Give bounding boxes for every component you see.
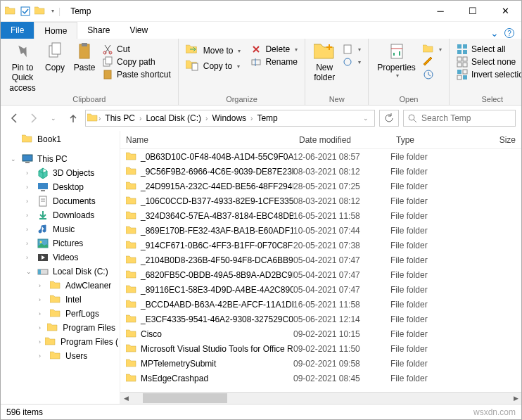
qat-dropdown[interactable]: ▾: [51, 8, 54, 14]
library-icon: [37, 252, 49, 263]
file-row[interactable]: _BCCD4ABD-B63A-42BE-AFCF-11A1DBD...16-05…: [120, 297, 521, 312]
file-name: _0B63D10C-0F48-404B-A1D4-55C9F0A9A...: [141, 152, 293, 162]
copy-path-button[interactable]: Copy path: [99, 56, 174, 68]
tab-home[interactable]: Home: [34, 22, 77, 39]
file-row[interactable]: _24D9915A-232C-44ED-BE56-48FF294EC...28-…: [120, 179, 521, 193]
sidebar-item[interactable]: ›3D Objects: [1, 166, 120, 180]
file-list[interactable]: _0B63D10C-0F48-404B-A1D4-55C9F0A9A...12-…: [120, 149, 521, 392]
nav-back-button[interactable]: [6, 110, 22, 126]
sidebar-item[interactable]: ›AdwCleaner: [1, 279, 120, 293]
svg-point-5: [103, 51, 106, 54]
paste-shortcut-button[interactable]: Paste shortcut: [99, 68, 174, 81]
copy-button[interactable]: Copy: [40, 40, 70, 74]
new-item-button[interactable]: ▾: [339, 43, 364, 56]
tab-share[interactable]: Share: [77, 22, 120, 39]
status-site: wsxdn.com: [473, 407, 516, 417]
select-none-button[interactable]: Select none: [454, 56, 522, 68]
copy-to-button[interactable]: Copy to▾: [183, 58, 244, 74]
nav-forward-button[interactable]: [26, 110, 42, 126]
sidebar-item[interactable]: ›Downloads: [1, 208, 120, 222]
cut-button[interactable]: Cut: [99, 43, 174, 56]
move-to-button[interactable]: Move to▾: [183, 43, 244, 58]
file-date: 09-02-2021 11:50: [293, 344, 390, 354]
breadcrumb[interactable]: Local Disk (C:): [141, 113, 205, 123]
sidebar-item[interactable]: ›Pictures: [1, 236, 120, 250]
sidebar-item[interactable]: ›PerfLogs: [1, 307, 120, 321]
edit-button[interactable]: [420, 56, 445, 68]
file-row[interactable]: _89116EC1-58E3-4D9D-A4BE-4A2C8904062...0…: [120, 282, 521, 297]
sidebar-item[interactable]: ›Intel: [1, 293, 120, 307]
file-row[interactable]: _2104B0D8-236B-4F50-94F8-DCA6BB9063...05…: [120, 253, 521, 267]
sidebar-item-local-disk[interactable]: ⌄Local Disk (C:): [1, 265, 120, 279]
history-button[interactable]: [420, 68, 445, 81]
address-bar[interactable]: › This PC› Local Disk (C:)› Windows› Tem…: [85, 110, 375, 127]
sidebar-item[interactable]: ›Program Files (: [1, 335, 120, 349]
file-row[interactable]: _E3CF4335-9541-46A2-9308-327529C0A3F205-…: [120, 312, 521, 326]
properties-button[interactable]: Properties▾: [373, 40, 420, 81]
open-button[interactable]: ▾: [420, 43, 445, 56]
tab-view[interactable]: View: [120, 22, 158, 39]
breadcrumb[interactable]: Temp: [253, 113, 281, 123]
file-date: 08-03-2021 08:12: [293, 167, 390, 177]
file-row[interactable]: MPTelemetrySubmit09-02-2021 09:58File fo…: [120, 356, 521, 371]
nav-up-button[interactable]: [65, 110, 81, 126]
column-name[interactable]: Name: [120, 135, 293, 145]
folder-icon: [126, 343, 137, 355]
nav-pane[interactable]: Book1 ⌄This PC ›3D Objects›Desktop›Docum…: [1, 131, 120, 404]
folder-icon: [126, 151, 137, 163]
rename-button[interactable]: Rename: [248, 56, 300, 68]
sidebar-item-this-pc[interactable]: ⌄This PC: [1, 152, 120, 166]
minimize-button[interactable]: ─: [424, 1, 457, 22]
column-type[interactable]: Type: [390, 135, 468, 145]
pin-quick-access-button[interactable]: Pin to Quick access: [5, 40, 40, 94]
file-row[interactable]: Microsoft Visual Studio Tools for Office…: [120, 341, 521, 356]
sidebar-item[interactable]: ›Videos: [1, 250, 120, 265]
help-icon[interactable]: ?: [504, 28, 514, 38]
invert-selection-button[interactable]: Invert selection: [454, 68, 522, 81]
nav-recent-button[interactable]: ⌄: [46, 110, 61, 126]
horizontal-scrollbar[interactable]: ◀▶: [120, 392, 521, 404]
svg-rect-21: [457, 57, 461, 61]
close-button[interactable]: ✕: [489, 1, 521, 22]
file-row[interactable]: _0B63D10C-0F48-404B-A1D4-55C9F0A9A...12-…: [120, 149, 521, 164]
column-size[interactable]: Size: [468, 135, 521, 145]
file-row[interactable]: _914CF671-0B6C-4FF3-B1FF-0F70C8F3FD...20…: [120, 238, 521, 253]
sidebar-item-book1[interactable]: Book1: [1, 132, 120, 146]
search-box[interactable]: Search Temp: [403, 110, 516, 127]
file-type: File folder: [390, 226, 468, 236]
breadcrumb[interactable]: This PC: [101, 113, 139, 123]
file-row[interactable]: _869E170B-FE32-43AF-BA1B-E60ADF1BE3...10…: [120, 223, 521, 238]
file-row[interactable]: _106C0CCD-B377-4933-82E9-1CFE33584E...08…: [120, 193, 521, 208]
file-name: _6820FB5C-0BDB-49A5-8B9A-AD2BC9E2...: [141, 270, 293, 280]
address-dropdown[interactable]: ⌄: [359, 115, 373, 122]
ribbon-collapse-icon[interactable]: ⌄: [490, 27, 499, 39]
file-row[interactable]: _6820FB5C-0BDB-49A5-8B9A-AD2BC9E2...05-0…: [120, 267, 521, 282]
file-date: 28-05-2021 07:25: [293, 182, 390, 191]
easy-access-button[interactable]: ▾: [339, 56, 364, 68]
paste-button[interactable]: Paste: [70, 40, 99, 74]
column-headers: Name Date modified Type Size: [120, 131, 521, 149]
checkbox-icon[interactable]: [20, 6, 30, 16]
sidebar-item[interactable]: ›Desktop: [1, 180, 120, 194]
sidebar-item[interactable]: ›Program Files: [1, 321, 120, 335]
sidebar-item[interactable]: ›Documents: [1, 194, 120, 208]
tab-file[interactable]: File: [1, 22, 34, 39]
maximize-button[interactable]: ☐: [457, 1, 489, 22]
file-date: 16-05-2021 11:58: [293, 300, 390, 310]
delete-button[interactable]: Delete▾: [248, 43, 300, 56]
refresh-button[interactable]: [379, 110, 399, 127]
sidebar-item[interactable]: ›Users: [1, 349, 120, 363]
file-name: MsEdgeCrashpad: [141, 374, 208, 383]
svg-point-6: [109, 51, 112, 54]
file-row[interactable]: Cisco09-02-2021 10:15File folder: [120, 326, 521, 341]
file-row[interactable]: _324D364C-57EA-4B37-8184-EBC48DB57...16-…: [120, 208, 521, 223]
select-all-button[interactable]: Select all: [454, 43, 522, 56]
file-row[interactable]: MsEdgeCrashpad09-02-2021 08:45File folde…: [120, 371, 521, 386]
breadcrumb[interactable]: Windows: [208, 113, 250, 123]
file-type: File folder: [390, 270, 468, 280]
file-row[interactable]: _9C56F9B2-6966-4C6E-9039-DE87E23F2...08-…: [120, 164, 521, 179]
file-name: _106C0CCD-B377-4933-82E9-1CFE33584E...: [141, 196, 293, 206]
column-date[interactable]: Date modified: [293, 135, 390, 145]
new-folder-button[interactable]: New folder: [310, 40, 339, 84]
sidebar-item[interactable]: ›Music: [1, 222, 120, 236]
